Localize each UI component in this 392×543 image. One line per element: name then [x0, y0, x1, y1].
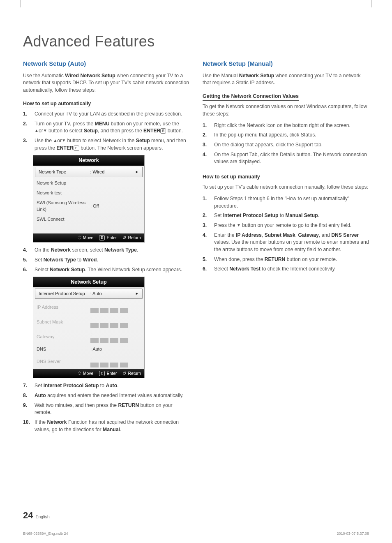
page-language: English — [35, 514, 49, 519]
step-item: 9.Wait two minutes, and then press the R… — [23, 402, 189, 416]
right-intro: Use the Manual Network Setup when connec… — [203, 72, 369, 87]
menu-row: Gateway: — [33, 330, 144, 344]
return-icon: ↺ — [122, 235, 126, 241]
right-heading: Network Setup (Manual) — [203, 59, 369, 68]
menu-row: Subnet Mask: — [33, 315, 144, 330]
step-item: 4.On the Network screen, select Network … — [23, 247, 189, 254]
left-steps-c: 7.Set Internet Protocol Setup to Auto.8.… — [23, 382, 189, 433]
step-item: 4.Enter the IP Address, Subnet Mask, Gat… — [203, 232, 369, 254]
menu-row: Network Setup — [33, 178, 144, 188]
menu-footer: ⇳MoveEEnter↺Return — [33, 369, 144, 378]
right-sub1-intro: To get the Network connection values on … — [203, 103, 369, 118]
left-column: Network Setup (Auto) Use the Automatic W… — [23, 58, 189, 436]
doc-id: BN68-02689A_Eng.indb 24 — [23, 531, 68, 536]
two-column-layout: Network Setup (Auto) Use the Automatic W… — [23, 58, 369, 436]
step-item: 7.Set Internet Protocol Setup to Auto. — [23, 382, 189, 390]
enter-icon: E — [99, 371, 105, 376]
step-item: 10.If the Network Function has not acqui… — [23, 419, 189, 433]
step-item: 5.Set Network Type to Wired. — [23, 256, 189, 264]
menu-row: DNS: Auto — [33, 344, 144, 354]
step-item: 3.On the dialog that appears, click the … — [203, 141, 369, 149]
network-menu: NetworkNetwork Type: Wired►Network Setup… — [33, 155, 145, 243]
menu-title: Network Setup — [33, 277, 144, 287]
doc-timestamp: 2010-03-07 5:37:08 — [337, 531, 369, 536]
right-sub2: How to set up manually — [203, 173, 260, 181]
chevron-right-icon: ► — [133, 291, 139, 296]
left-sub1: How to set up automatically — [23, 100, 91, 108]
enter-icon: E — [74, 146, 79, 151]
left-steps-a: 1.Connect your TV to your LAN as describ… — [23, 111, 189, 152]
menu-row: Internet Protocol Setup: Auto► — [35, 289, 143, 299]
step-item: 1.Right click the Network icon on the bo… — [203, 122, 369, 129]
step-item: 5.When done, press the RETURN button on … — [203, 256, 369, 263]
enter-icon: E — [160, 128, 166, 134]
menu-row: Network test — [33, 188, 144, 198]
right-steps-a: 1.Right click the Network icon on the bo… — [203, 122, 369, 166]
enter-icon: E — [99, 235, 105, 240]
step-item: 2.Set Internet Protocol Setup to Manual … — [203, 212, 369, 220]
step-item: 1.Connect your TV to your LAN as describ… — [23, 111, 189, 118]
step-item: 2.Turn on your TV, press the MENU button… — [23, 120, 189, 135]
page-title: Advanced Features — [23, 33, 369, 50]
step-item: 1.Follow Steps 1 through 6 in the "How t… — [203, 195, 369, 210]
menu-footer: ⇳MoveEEnter↺Return — [33, 233, 144, 242]
right-column: Network Setup (Manual) Use the Manual Ne… — [203, 58, 369, 436]
menu-title: Network — [33, 155, 144, 165]
menu-row: SWL Connect — [33, 215, 144, 224]
right-steps-b: 1.Follow Steps 1 through 6 in the "How t… — [203, 195, 369, 273]
network-setup-menu: Network SetupInternet Protocol Setup: Au… — [33, 277, 145, 378]
left-heading: Network Setup (Auto) — [23, 59, 189, 68]
step-item: 3.Press the ▼ button on your remote to g… — [203, 222, 369, 229]
right-sub1: Getting the Network Connection Values — [203, 92, 299, 101]
document-footer: BN68-02689A_Eng.indb 24 2010-03-07 5:37:… — [23, 531, 369, 536]
page-footer: 24 English — [23, 510, 50, 521]
step-item: 6.Select Network Test to check the Inter… — [203, 266, 369, 273]
menu-row: DNS Server: — [33, 354, 144, 369]
step-item: 3.Use the ▲or▼ button to select Network … — [23, 137, 189, 152]
chevron-right-icon: ► — [133, 169, 139, 175]
updown-icon: ⇳ — [78, 370, 81, 377]
menu-row: Network Type: Wired► — [35, 167, 143, 178]
step-item: 2.In the pop-up menu that appears, click… — [203, 132, 369, 139]
step-item: 6.Select Network Setup. The Wired Networ… — [23, 266, 189, 274]
left-steps-b: 4.On the Network screen, select Network … — [23, 247, 189, 273]
menu-row: SWL(Samsung Wireless Link): Off — [33, 198, 144, 215]
right-sub2-intro: To set up your TV's cable network connec… — [203, 184, 369, 191]
updown-icon: ⇳ — [78, 235, 81, 241]
page-number: 24 — [23, 510, 33, 521]
step-item: 4.On the Support Tab, click the Details … — [203, 151, 369, 166]
return-icon: ↺ — [122, 370, 126, 377]
left-intro: Use the Automatic Wired Network Setup wh… — [23, 72, 189, 94]
step-item: 8.Auto acquires and enters the needed In… — [23, 392, 189, 400]
menu-row: IP Address: — [33, 300, 144, 315]
